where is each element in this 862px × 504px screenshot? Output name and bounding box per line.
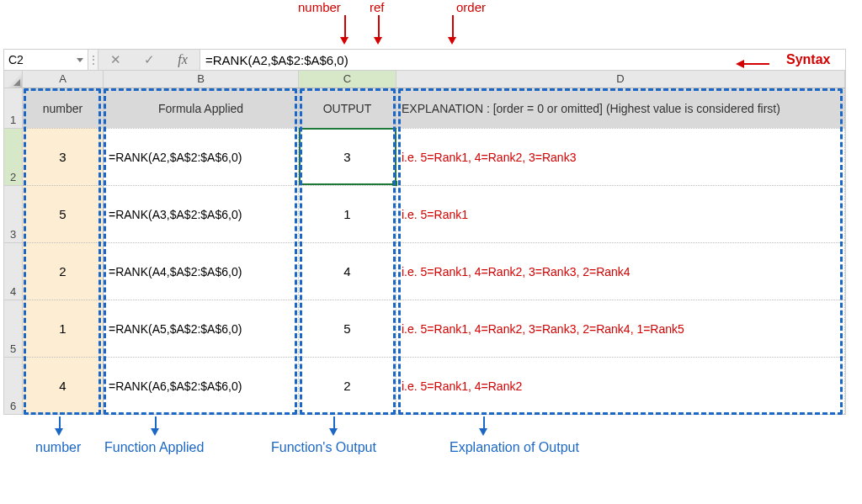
header-cell[interactable]: OUTPUT: [299, 88, 396, 128]
arrow-line-icon: [344, 15, 346, 39]
cell[interactable]: =RANK(A3,$A$2:$A$6,0): [104, 185, 299, 242]
arrow-down-icon: [329, 428, 338, 436]
arrow-line-icon: [452, 15, 454, 39]
caret-down-icon: [77, 58, 83, 62]
col-header-C[interactable]: C: [299, 71, 396, 88]
enter-button[interactable]: ✓: [132, 52, 166, 67]
annot-ref: ref: [370, 0, 385, 14]
cell[interactable]: =RANK(A6,$A$2:$A$6,0): [104, 357, 299, 414]
cell[interactable]: 2: [23, 242, 104, 300]
header-cell[interactable]: Formula Applied: [104, 88, 299, 128]
cell[interactable]: 1: [299, 185, 396, 242]
select-all-button[interactable]: [4, 71, 23, 88]
arrow-line-icon: [378, 15, 380, 39]
cell[interactable]: =RANK(A4,$A$2:$A$6,0): [104, 242, 299, 300]
arrow-down-icon: [151, 428, 159, 436]
cell[interactable]: 3: [299, 128, 396, 185]
cell[interactable]: i.e. 5=Rank1, 4=Rank2: [396, 357, 845, 414]
cancel-button[interactable]: ✕: [98, 52, 132, 67]
annot-bottom-explain: Explanation of Output: [450, 440, 579, 455]
table-row: 4 2 =RANK(A4,$A$2:$A$6,0) 4 i.e. 5=Rank1…: [4, 242, 845, 300]
arrow-left-icon: [736, 60, 744, 68]
arrow-down-icon: [479, 428, 487, 436]
cell[interactable]: 5: [23, 185, 104, 242]
spreadsheet-grid: 1 number Formula Applied OUTPUT EXPLANAT…: [3, 88, 846, 415]
cell[interactable]: i.e. 5=Rank1: [396, 185, 845, 242]
cell[interactable]: i.e. 5=Rank1, 4=Rank2, 3=Rank3, 2=Rank4: [396, 242, 845, 300]
cell[interactable]: 4: [299, 242, 396, 300]
formula-bar: C2 ⋮ ✕ ✓ fx =RANK(A2,$A$2:$A$6,0): [3, 49, 846, 71]
cell[interactable]: 4: [23, 357, 104, 414]
annot-order: order: [456, 0, 486, 14]
annot-bottom-output: Function's Output: [271, 440, 376, 455]
header-cell[interactable]: number: [23, 88, 104, 128]
arrow-line-icon: [744, 63, 769, 65]
bottom-annotations: number Function Applied Function's Outpu…: [3, 415, 846, 462]
column-header-row: A B C D: [3, 71, 846, 88]
annot-bottom-function: Function Applied: [104, 440, 204, 455]
table-row: 2 3 =RANK(A2,$A$2:$A$6,0) 3 i.e. 5=Rank1…: [4, 128, 845, 185]
row-header[interactable]: 5: [4, 300, 23, 357]
col-header-B[interactable]: B: [104, 71, 299, 88]
cell[interactable]: 2: [299, 357, 396, 414]
cell[interactable]: 3: [23, 128, 104, 185]
name-box[interactable]: C2: [4, 50, 88, 70]
col-header-A[interactable]: A: [23, 71, 104, 88]
cell[interactable]: 1: [23, 300, 104, 357]
arrow-down-icon: [374, 37, 382, 45]
annot-bottom-number: number: [35, 440, 81, 455]
cell[interactable]: i.e. 5=Rank1, 4=Rank2, 3=Rank3: [396, 128, 845, 185]
header-row: 1 number Formula Applied OUTPUT EXPLANAT…: [4, 88, 845, 128]
top-annotations: number ref order: [3, 0, 846, 49]
fx-button[interactable]: fx: [166, 52, 200, 67]
table-row: 6 4 =RANK(A6,$A$2:$A$6,0) 2 i.e. 5=Rank1…: [4, 357, 845, 414]
row-header[interactable]: 4: [4, 242, 23, 300]
table-row: 3 5 =RANK(A3,$A$2:$A$6,0) 1 i.e. 5=Rank1: [4, 185, 845, 242]
cell[interactable]: =RANK(A5,$A$2:$A$6,0): [104, 300, 299, 357]
row-header[interactable]: 6: [4, 357, 23, 414]
name-box-value: C2: [8, 53, 24, 66]
table-row: 5 1 =RANK(A5,$A$2:$A$6,0) 5 i.e. 5=Rank1…: [4, 300, 845, 357]
row-header[interactable]: 3: [4, 185, 23, 242]
formula-buttons: ✕ ✓ fx: [98, 50, 200, 70]
row-header[interactable]: 2: [4, 128, 23, 185]
syntax-label: Syntax: [786, 52, 830, 67]
cell[interactable]: =RANK(A2,$A$2:$A$6,0): [104, 128, 299, 185]
drag-handle-icon[interactable]: ⋮: [88, 50, 98, 70]
cell[interactable]: i.e. 5=Rank1, 4=Rank2, 3=Rank3, 2=Rank4,…: [396, 300, 845, 357]
col-header-D[interactable]: D: [396, 71, 845, 88]
row-header[interactable]: 1: [4, 88, 23, 128]
annot-number: number: [298, 0, 341, 14]
formula-input[interactable]: =RANK(A2,$A$2:$A$6,0): [200, 50, 845, 70]
arrow-down-icon: [448, 37, 456, 45]
arrow-down-icon: [55, 428, 63, 436]
header-cell[interactable]: EXPLANATION : [order = 0 or omitted] (Hi…: [396, 88, 845, 128]
cell[interactable]: 5: [299, 300, 396, 357]
arrow-down-icon: [340, 37, 349, 45]
